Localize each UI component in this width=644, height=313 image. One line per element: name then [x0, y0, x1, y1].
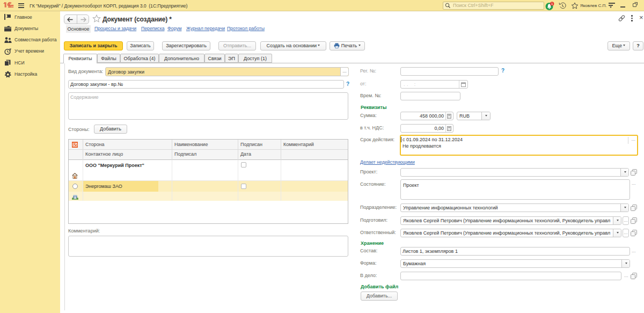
svg-text:1: 1	[551, 2, 553, 5]
